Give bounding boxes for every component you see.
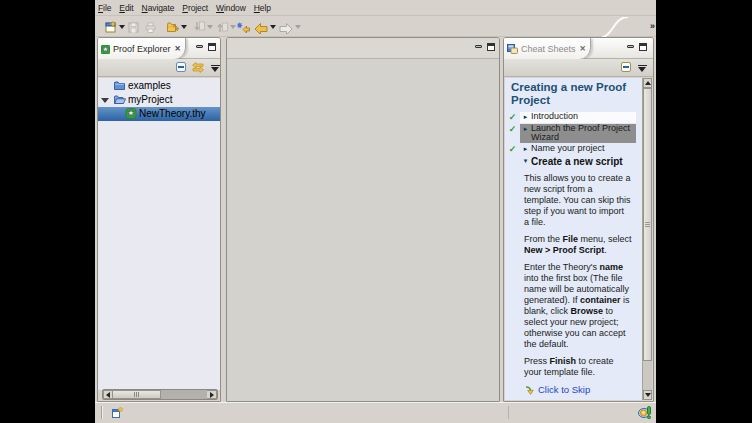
print-button[interactable]: [145, 19, 156, 35]
proof-explorer-toolbar: [98, 59, 220, 77]
scrollbar-track[interactable]: [161, 390, 207, 399]
tree-item-label: NewTheory.thy: [139, 108, 206, 119]
collapsed-arrow-icon[interactable]: ▸: [520, 144, 531, 154]
cheat-sheets-toolbar: [504, 59, 653, 77]
cheat-item-launch-the-proof-project-wizard[interactable]: ✓▸Launch the Proof Project Wizard: [505, 124, 636, 144]
cheat-sheet-body: Creating a new Proof Project ✓▸Introduct…: [505, 78, 652, 400]
scroll-left-button[interactable]: [103, 390, 113, 399]
notification-icon[interactable]: [638, 405, 652, 420]
open-proof-script-dropdown[interactable]: [181, 25, 187, 29]
check-icon: ✓: [505, 124, 520, 144]
cheat-sheet-items: ✓▸Introduction✓▸Launch the Proof Project…: [505, 112, 642, 167]
cheat-sheet-title: Creating a new Proof Project: [511, 81, 638, 106]
next-annotation-icon: [194, 21, 205, 33]
cheat-paragraph: This allows you to create a new script f…: [524, 173, 636, 228]
menu-bar: FileEditNavigateProjectWindowHelp: [95, 0, 656, 16]
perspective-overflow-chevron[interactable]: »: [650, 21, 653, 31]
theory-file-icon: [125, 108, 137, 119]
proof-explorer-tree: examplesmyProjectNewTheory.thy: [98, 78, 220, 390]
proof-explorer-tab-bar: Proof Explorer ✕: [98, 38, 220, 59]
scroll-up-button[interactable]: [643, 78, 652, 88]
tree-item-NewTheory.thy[interactable]: NewTheory.thy: [98, 107, 220, 121]
maximize-cheat-button[interactable]: [639, 43, 647, 51]
scroll-right-button[interactable]: [207, 390, 217, 399]
click-to-skip-link[interactable]: Click to Skip: [525, 384, 642, 395]
next-annotation-dropdown[interactable]: [207, 25, 213, 29]
maximize-explorer-button[interactable]: [208, 43, 216, 51]
menu-project[interactable]: Project: [178, 1, 212, 15]
cheat-scrollbar-thumb[interactable]: [643, 88, 652, 361]
explorer-horizontal-scrollbar[interactable]: [102, 389, 218, 400]
scroll-down-button[interactable]: [643, 390, 652, 400]
cheat-paragraph: Enter the Theory's name into the first b…: [524, 262, 636, 350]
cheat-sheets-icon: [507, 44, 518, 54]
cheat-vertical-scrollbar[interactable]: [642, 78, 652, 400]
open-proof-script-button[interactable]: [167, 19, 187, 35]
eclipse-window: FileEditNavigateProjectWindowHelp: [95, 0, 656, 423]
cheat-paragraph: From the File menu, select New > Proof S…: [524, 234, 636, 256]
proof-explorer-close-icon[interactable]: ✕: [175, 44, 181, 53]
expander-icon[interactable]: [101, 98, 109, 103]
main-toolbar: »: [95, 17, 656, 37]
cheat-view-menu[interactable]: [638, 65, 647, 72]
collapsed-arrow-icon[interactable]: ▸: [520, 124, 531, 143]
cheat-sheet-content: Creating a new Proof Project ✓▸Introduct…: [505, 78, 642, 400]
cheat-item-label: Introduction: [531, 112, 580, 122]
cheat-sheets-close-icon[interactable]: ✕: [580, 44, 586, 53]
new-wizard-icon: [105, 21, 117, 33]
minimize-editor-button[interactable]: [475, 45, 482, 48]
editor-area: [226, 37, 500, 402]
folder-open-icon: [114, 94, 126, 105]
cheat-collapse-all-icon[interactable]: [621, 62, 631, 72]
maximize-editor-button[interactable]: [487, 43, 495, 51]
tree-item-label: myProject: [128, 94, 172, 105]
link-with-editor-icon[interactable]: [192, 62, 204, 73]
folder-closed-icon: [114, 80, 126, 91]
next-annotation-button[interactable]: [194, 19, 213, 35]
minimize-explorer-button[interactable]: [196, 45, 203, 48]
cheat-item-label: Create a new script: [531, 156, 625, 167]
status-bar-grip: [101, 406, 103, 419]
menu-window[interactable]: Window: [212, 1, 250, 15]
tree-item-examples[interactable]: examples: [98, 79, 220, 93]
new-wizard-button[interactable]: [105, 19, 125, 35]
cheat-sheets-tab-bar: Cheat Sheets ✕: [504, 38, 653, 59]
save-button[interactable]: [128, 19, 139, 35]
menu-file[interactable]: File: [95, 1, 115, 15]
cheat-sheets-tab[interactable]: Cheat Sheets ✕: [504, 38, 591, 59]
menu-navigate[interactable]: Navigate: [138, 1, 179, 15]
print-icon: [145, 22, 156, 33]
click-to-skip-label: Click to Skip: [538, 384, 590, 395]
cheat-item-create-a-new-script[interactable]: ▾Create a new script: [505, 156, 636, 168]
cheat-item-label: Launch the Proof Project Wizard: [531, 124, 636, 143]
menu-help[interactable]: Help: [250, 1, 275, 15]
check-icon: ✓: [505, 144, 520, 155]
tree-item-myProject[interactable]: myProject: [98, 93, 220, 107]
forward-dropdown[interactable]: [295, 25, 301, 29]
proof-explorer-icon: [101, 45, 110, 54]
proof-explorer-tab[interactable]: Proof Explorer ✕: [98, 38, 186, 59]
new-wizard-dropdown[interactable]: [119, 25, 125, 29]
menu-edit[interactable]: Edit: [115, 1, 137, 15]
last-edit-location-icon: [236, 21, 250, 34]
previous-annotation-button[interactable]: [217, 19, 236, 35]
collapsed-arrow-icon[interactable]: ▸: [520, 112, 531, 122]
forward-button[interactable]: [279, 19, 301, 35]
explorer-view-menu[interactable]: [211, 65, 220, 72]
cheat-item-name-your-project[interactable]: ✓▸Name your project: [505, 144, 636, 155]
back-icon: [254, 21, 268, 34]
proof-explorer-tab-label: Proof Explorer: [113, 44, 171, 54]
scrollbar-thumb[interactable]: [113, 390, 161, 399]
minimize-cheat-button[interactable]: [627, 45, 634, 48]
back-button[interactable]: [254, 19, 276, 35]
expanded-arrow-icon[interactable]: ▾: [520, 156, 531, 167]
last-edit-location-button[interactable]: [236, 19, 250, 35]
status-bar: [95, 402, 656, 423]
cheat-sheet-paragraphs: This allows you to create a new script f…: [505, 173, 642, 378]
save-icon: [128, 22, 139, 33]
cheat-paragraph: Press Finish to create your template fil…: [524, 356, 636, 378]
fast-view-icon[interactable]: [112, 407, 123, 419]
cheat-item-introduction[interactable]: ✓▸Introduction: [505, 112, 636, 123]
back-dropdown[interactable]: [270, 25, 276, 29]
collapse-all-icon[interactable]: [176, 62, 186, 72]
